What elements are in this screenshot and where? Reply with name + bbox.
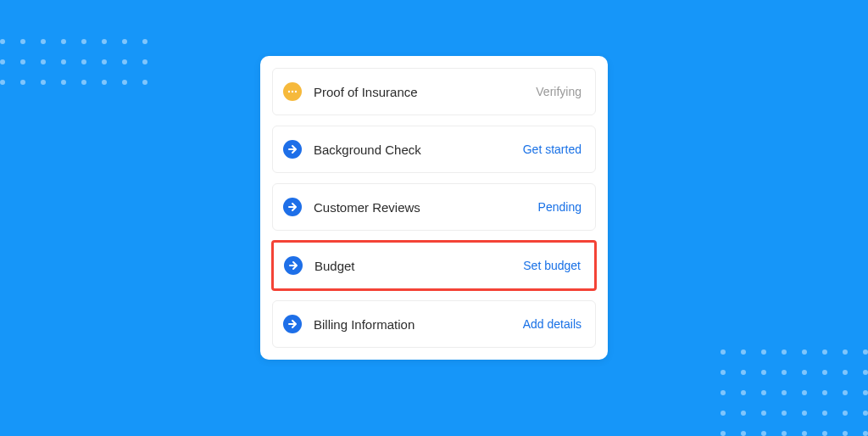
arrow-right-icon	[284, 256, 303, 275]
decorative-dots-bottom-right	[721, 349, 868, 436]
arrow-right-icon	[283, 140, 302, 159]
arrow-right-icon	[283, 198, 302, 216]
checklist-item-status: Verifying	[536, 85, 581, 98]
svg-point-1	[288, 91, 290, 92]
checklist-card: Proof of InsuranceVerifyingBackground Ch…	[260, 56, 608, 360]
arrow-right-icon	[283, 315, 302, 333]
checklist-item[interactable]: Billing InformationAdd details	[272, 300, 596, 348]
checklist-item-label: Billing Information	[314, 317, 523, 332]
svg-point-3	[295, 91, 297, 92]
checklist-item-action[interactable]: Pending	[538, 200, 581, 214]
checklist-item-action[interactable]: Set budget	[523, 259, 581, 272]
checklist-item-label: Background Check	[314, 143, 523, 157]
svg-point-2	[292, 91, 293, 92]
decorative-dots-top-left	[0, 39, 147, 85]
checklist-item[interactable]: BudgetSet budget	[271, 240, 597, 291]
checklist-item-label: Customer Reviews	[314, 200, 538, 215]
checklist-item[interactable]: Background CheckGet started	[272, 126, 596, 173]
checklist-item-label: Proof of Insurance	[314, 85, 536, 99]
checklist-item-action[interactable]: Get started	[523, 143, 581, 156]
checklist-item[interactable]: Customer ReviewsPending	[272, 183, 596, 231]
checklist-item[interactable]: Proof of InsuranceVerifying	[272, 68, 596, 115]
checklist-item-label: Budget	[314, 259, 523, 273]
verifying-icon	[283, 82, 302, 101]
checklist-item-action[interactable]: Add details	[523, 317, 581, 331]
